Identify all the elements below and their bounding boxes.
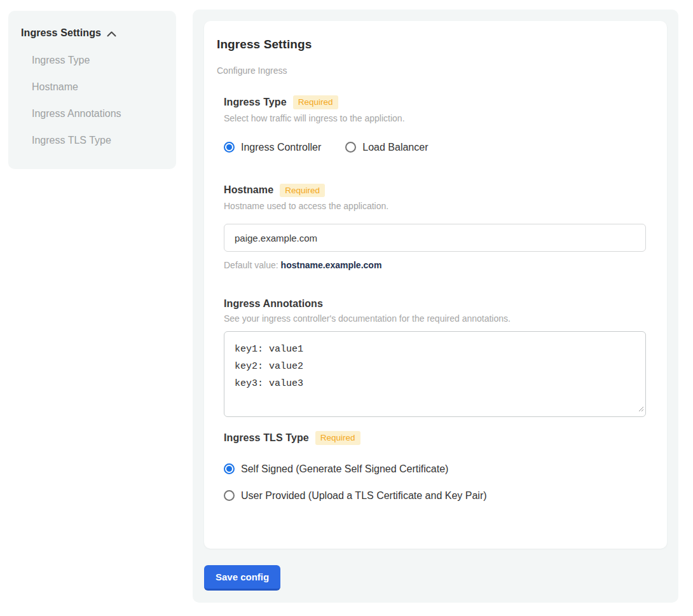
sidebar-item-ingress-type[interactable]: Ingress Type xyxy=(21,47,176,74)
sidebar-item-ingress-tls-type[interactable]: Ingress TLS Type xyxy=(21,127,176,154)
hostname-description: Hostname used to access the application. xyxy=(224,201,648,211)
radio-button-self-signed[interactable] xyxy=(224,463,235,474)
hostname-label: Hostname xyxy=(224,184,273,196)
radio-option-load-balancer[interactable]: Load Balancer xyxy=(345,142,428,153)
sidebar-item-hostname[interactable]: Hostname xyxy=(21,74,176,100)
ingress-settings-card: Ingress Settings Configure Ingress Ingre… xyxy=(204,21,667,549)
default-value-label: Default value: xyxy=(224,260,278,270)
radio-label-ingress-controller: Ingress Controller xyxy=(241,142,321,153)
hostname-default-value-line: Default value:hostname.example.com xyxy=(224,260,648,270)
hostname-input[interactable] xyxy=(224,224,646,252)
required-badge: Required xyxy=(293,95,338,109)
required-badge: Required xyxy=(280,184,325,198)
radio-label-load-balancer: Load Balancer xyxy=(362,142,428,153)
chevron-up-icon xyxy=(107,28,116,39)
sidebar-item-ingress-annotations[interactable]: Ingress Annotations xyxy=(21,100,176,127)
ingress-type-description: Select how traffic will ingress to the a… xyxy=(224,113,648,123)
settings-panel: Ingress Settings Configure Ingress Ingre… xyxy=(193,10,678,603)
page-subtitle: Configure Ingress xyxy=(217,65,648,76)
field-ingress-annotations: Ingress Annotations See your ingress con… xyxy=(224,298,648,417)
radio-button-ingress-controller[interactable] xyxy=(224,142,235,153)
ingress-tls-type-label: Ingress TLS Type xyxy=(224,432,309,444)
radio-option-self-signed[interactable]: Self Signed (Generate Self Signed Certif… xyxy=(224,463,648,475)
field-hostname: Hostname Required Hostname used to acces… xyxy=(224,184,648,271)
tls-type-radio-group: Self Signed (Generate Self Signed Certif… xyxy=(224,463,648,502)
ingress-annotations-description: See your ingress controller's documentat… xyxy=(224,313,648,324)
field-ingress-type: Ingress Type Required Select how traffic… xyxy=(224,95,648,153)
radio-button-user-provided[interactable] xyxy=(224,490,235,501)
radio-button-load-balancer[interactable] xyxy=(345,142,356,153)
sidebar-nav-list: Ingress Type Hostname Ingress Annotation… xyxy=(21,47,176,154)
annotations-textarea-wrap: key1: value1 key2: value2 key3: value3 xyxy=(224,331,646,417)
save-config-button[interactable]: Save config xyxy=(204,565,280,591)
annotations-textarea[interactable]: key1: value1 key2: value2 key3: value3 xyxy=(224,331,646,417)
radio-label-self-signed: Self Signed (Generate Self Signed Certif… xyxy=(241,463,448,475)
ingress-type-radio-group: Ingress Controller Load Balancer xyxy=(224,142,648,153)
sidebar-section-toggle[interactable]: Ingress Settings xyxy=(21,27,176,39)
ingress-settings-sidebar: Ingress Settings Ingress Type Hostname I… xyxy=(8,11,176,169)
field-ingress-tls-type: Ingress TLS Type Required Self Signed (G… xyxy=(224,431,648,502)
radio-option-user-provided[interactable]: User Provided (Upload a TLS Certificate … xyxy=(224,490,648,502)
required-badge: Required xyxy=(315,431,360,445)
radio-option-ingress-controller[interactable]: Ingress Controller xyxy=(224,142,321,153)
page-title: Ingress Settings xyxy=(217,38,648,51)
default-value-text: hostname.example.com xyxy=(281,260,382,270)
ingress-type-label: Ingress Type xyxy=(224,97,287,108)
ingress-annotations-label: Ingress Annotations xyxy=(224,298,323,310)
radio-label-user-provided: User Provided (Upload a TLS Certificate … xyxy=(241,490,487,502)
sidebar-section-title: Ingress Settings xyxy=(21,27,101,39)
